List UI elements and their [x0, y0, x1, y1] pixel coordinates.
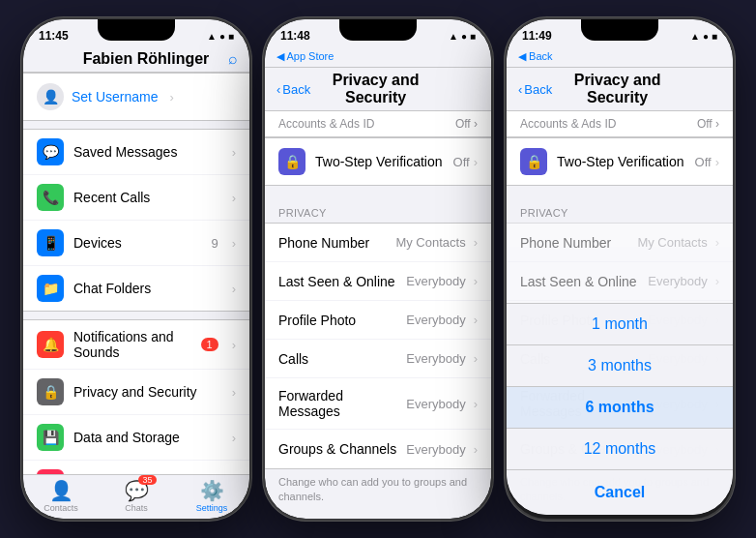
two-step-value-3: Off: [695, 155, 712, 169]
two-step-row-2[interactable]: 🔒 Two-Step Verification Off ›: [265, 137, 491, 186]
last-seen-item[interactable]: Last Seen & Online Everybody ›: [265, 262, 491, 301]
saved-messages-item[interactable]: 💬 Saved Messages ›: [23, 130, 249, 175]
status-icons-1: ▲ ● ■: [207, 31, 234, 42]
settings-group-1: 💬 Saved Messages › 📞 Recent Calls › 📱 De…: [23, 129, 249, 312]
devices-label: Devices: [73, 235, 201, 251]
accounts-ads-value: Off ›: [455, 117, 478, 131]
privacy-item[interactable]: 🔒 Privacy and Security ›: [23, 370, 249, 415]
chevron-icon: ›: [474, 155, 478, 169]
appearance-item[interactable]: 🎨 Appearance ›: [23, 461, 249, 474]
nav-bar-2: ‹ Back Privacy and Security: [265, 68, 491, 111]
nav-bar-1: Fabien Röhlinger ⌕: [23, 46, 249, 73]
picker-1month[interactable]: 1 month: [507, 304, 733, 345]
profile-photo-item[interactable]: Profile Photo Everybody ›: [265, 301, 491, 340]
privacy-scroll-2: Accounts & Ads ID Off › 🔒 Two-Step Verif…: [265, 111, 491, 519]
recent-calls-icon: 📞: [37, 184, 64, 211]
phone-3: 11:49 ▲ ● ■ ◀ Back ‹ Back Privacy and Se…: [505, 17, 735, 521]
privacy-group-2: Phone Number My Contacts › Last Seen & O…: [265, 223, 491, 469]
phone-2: 11:48 ▲ ● ■ ◀ App Store ‹ Back Privacy a…: [263, 17, 493, 521]
privacy-label: Privacy and Security: [73, 384, 218, 400]
chevron-icon: ›: [715, 155, 719, 169]
set-username-label[interactable]: Set Username: [72, 89, 158, 105]
two-step-value: Off: [453, 155, 470, 169]
notch-1: [98, 19, 175, 41]
notifications-item[interactable]: 🔔 Notifications and Sounds 1 ›: [23, 320, 249, 370]
set-username-row[interactable]: 👤 Set Username ›: [23, 73, 249, 121]
time-1: 11:45: [39, 29, 69, 43]
time-3: 11:49: [522, 29, 552, 43]
chevron-icon: ›: [232, 431, 236, 445]
phone-number-item-3: Phone Number My Contacts ›: [507, 224, 733, 262]
devices-item[interactable]: 📱 Devices 9 ›: [23, 221, 249, 266]
chats-badge: 35: [138, 475, 156, 485]
picker-6months[interactable]: 6 months: [507, 387, 733, 429]
battery-icon: ■: [470, 31, 476, 42]
notch-3: [581, 19, 658, 41]
tab-bar-1: 👤 Contacts 💬 35 Chats ⚙️ Settings: [23, 474, 249, 519]
username-icon: 👤: [37, 83, 64, 110]
app-store-bar[interactable]: ◀ App Store: [265, 46, 491, 68]
chat-folders-item[interactable]: 📁 Chat Folders ›: [23, 266, 249, 311]
devices-icon: 📱: [37, 229, 64, 256]
chats-tab-icon: 💬 35: [125, 479, 149, 502]
saved-messages-label: Saved Messages: [73, 144, 218, 160]
notifications-label: Notifications and Sounds: [73, 329, 191, 360]
chevron-icon: ›: [232, 338, 236, 352]
chat-folders-icon: 📁: [37, 275, 64, 302]
data-storage-icon: 💾: [37, 424, 64, 451]
wifi-icon: ●: [703, 31, 709, 42]
two-step-icon: 🔒: [278, 148, 305, 175]
contacts-tab-icon: 👤: [49, 479, 73, 502]
data-storage-label: Data and Storage: [73, 430, 218, 445]
tab-contacts[interactable]: 👤 Contacts: [23, 479, 99, 513]
privacy-icon: 🔒: [37, 378, 64, 405]
chats-tab-label: Chats: [125, 503, 148, 513]
devices-value: 9: [211, 236, 218, 251]
picker-3months[interactable]: 3 months: [507, 345, 733, 387]
back-label-3: ◀ Back: [518, 50, 553, 62]
profile-title: Fabien Röhlinger: [64, 50, 228, 68]
chevron-icon: ›: [169, 90, 173, 105]
picker-cancel[interactable]: Cancel: [507, 470, 733, 515]
app-store-bar-3[interactable]: ◀ Back: [507, 46, 733, 68]
accounts-ads-label-3: Accounts & Ads ID: [520, 117, 616, 131]
back-button-2[interactable]: ‹ Back: [276, 82, 310, 97]
month-picker: 1 month 3 months 6 months 12 months Canc…: [507, 303, 733, 515]
status-icons-2: ▲ ● ■: [449, 31, 476, 42]
last-seen-item-3: Last Seen & Online Everybody ›: [507, 262, 733, 301]
signal-icon: ▲: [207, 31, 217, 42]
chevron-icon: ›: [232, 236, 236, 251]
app-store-label: ◀ App Store: [276, 50, 334, 62]
chat-folders-label: Chat Folders: [73, 281, 218, 296]
groups-channels-item[interactable]: Groups & Channels Everybody ›: [265, 430, 491, 468]
phone-number-item[interactable]: Phone Number My Contacts ›: [265, 224, 491, 262]
search-icon[interactable]: ⌕: [228, 50, 238, 68]
forwarded-messages-item[interactable]: Forwarded Messages Everybody ›: [265, 378, 491, 430]
nav-title-2: Privacy and Security: [310, 72, 441, 106]
accounts-ads-value-3: Off ›: [697, 117, 719, 131]
data-storage-item[interactable]: 💾 Data and Storage ›: [23, 415, 249, 461]
signal-icon: ▲: [690, 31, 700, 42]
contacts-tab-label: Contacts: [44, 503, 78, 513]
calls-item[interactable]: Calls Everybody ›: [265, 340, 491, 378]
groups-desc: Change who can add you to groups and cha…: [265, 469, 491, 515]
recent-calls-item[interactable]: 📞 Recent Calls ›: [23, 175, 249, 221]
recent-calls-label: Recent Calls: [73, 190, 218, 205]
back-button-3[interactable]: ‹ Back: [518, 82, 552, 97]
accounts-ads-label: Accounts & Ads ID: [278, 117, 374, 131]
chevron-icon: ›: [232, 191, 236, 205]
wifi-icon: ●: [219, 31, 225, 42]
picker-12months[interactable]: 12 months: [507, 429, 733, 470]
settings-scroll: 👤 Set Username › 💬 Saved Messages › 📞 Re…: [23, 73, 249, 474]
settings-tab-label: Settings: [196, 503, 228, 513]
privacy-section-header-3: PRIVACY: [507, 194, 733, 223]
settings-tab-icon: ⚙️: [200, 479, 224, 502]
tab-chats[interactable]: 💬 35 Chats: [99, 479, 174, 513]
settings-group-2: 🔔 Notifications and Sounds 1 › 🔒 Privacy…: [23, 319, 249, 474]
tab-settings[interactable]: ⚙️ Settings: [174, 479, 249, 513]
chevron-icon: ›: [232, 385, 236, 400]
battery-icon: ■: [712, 31, 717, 42]
status-icons-3: ▲ ● ■: [690, 31, 717, 42]
notifications-badge: 1: [201, 338, 218, 351]
two-step-row-3[interactable]: 🔒 Two-Step Verification Off ›: [507, 137, 733, 186]
